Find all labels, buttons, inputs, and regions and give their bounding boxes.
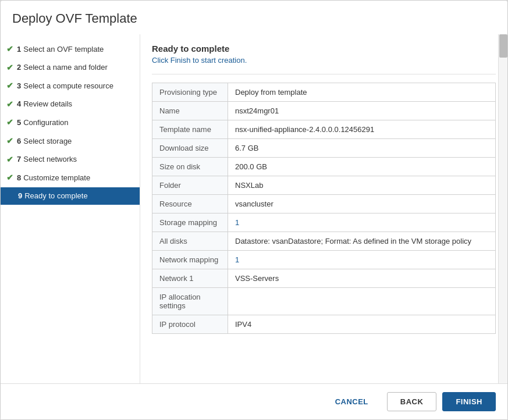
table-label: Network mapping [152,251,228,269]
step-number: 6 [17,136,21,147]
table-value: VSS-Servers [228,269,496,288]
sidebar-item-step2[interactable]: ✔2 Select a name and folder [1,59,140,77]
table-label: Download size [152,139,228,158]
subtitle-post: to start creation. [190,56,247,65]
content-area: Ready to complete Click Finish to start … [140,34,507,383]
dialog-footer: CANCEL BACK FINISH [1,383,507,419]
step-number: 4 [17,99,21,109]
scrollbar-thumb[interactable] [499,34,507,58]
table-row: Size on disk200.0 GB [152,158,496,176]
table-row: Network mapping1 [152,251,496,269]
table-value [228,288,496,315]
table-value: nsxt24mgr01 [228,102,496,120]
step-label: Select storage [23,136,72,147]
step-number: 8 [17,173,21,183]
table-row: IP allocation settings [152,288,496,315]
cancel-button[interactable]: CANCEL [322,392,381,411]
deploy-ovf-dialog: Deploy OVF Template ✔1 Select an OVF tem… [0,0,508,420]
sidebar-item-step1[interactable]: ✔1 Select an OVF template [1,40,140,59]
table-value: IPV4 [228,315,496,334]
table-label: Folder [152,176,228,195]
subtitle-link: Finish [170,56,191,65]
table-label: Resource [152,195,228,213]
content-divider [152,74,496,74]
step-number: 5 [17,118,21,128]
detail-table: Provisioning typeDeploy from templateNam… [152,83,496,334]
table-row: Namensxt24mgr01 [152,102,496,120]
step-label: Select a name and folder [23,62,108,73]
back-button[interactable]: BACK [387,392,437,411]
table-row: All disksDatastore: vsanDatastore; Forma… [152,232,496,251]
scrollbar-track[interactable] [498,34,507,383]
table-row: Resourcevsancluster [152,195,496,213]
sidebar-item-step6[interactable]: ✔6 Select storage [1,132,140,151]
table-label: IP protocol [152,315,228,334]
sidebar-item-step9[interactable]: 9 Ready to complete [1,187,140,205]
table-row: Template namensx-unified-appliance-2.4.0… [152,120,496,139]
table-value[interactable]: 1 [228,251,496,269]
table-row: Provisioning typeDeploy from template [152,83,496,102]
dialog-title: Deploy OVF Template [1,1,507,34]
checkmark-icon: ✔ [6,80,13,92]
step-label: Ready to complete [24,191,87,201]
step-number: 3 [17,81,21,91]
content-subtitle: Click Finish to start creation. [152,56,496,65]
step-label: Select networks [23,154,77,165]
table-row: Download size6.7 GB [152,139,496,158]
step-number: 2 [17,62,21,73]
table-value[interactable]: 1 [228,213,496,232]
table-value: NSXLab [228,176,496,195]
step-label: Customize template [23,173,90,183]
dialog-body: ✔1 Select an OVF template✔2 Select a nam… [1,34,507,383]
checkmark-icon: ✔ [6,62,13,74]
table-value: 200.0 GB [228,158,496,176]
checkmark-icon: ✔ [6,172,13,184]
checkmark-icon: ✔ [6,136,13,147]
step-number: 1 [17,44,21,55]
table-row: Network 1VSS-Servers [152,269,496,288]
table-label: IP allocation settings [152,288,228,315]
sidebar-item-step7[interactable]: ✔7 Select networks [1,151,140,169]
table-value: nsx-unified-appliance-2.4.0.0.0.12456291 [228,120,496,139]
table-value: 6.7 GB [228,139,496,158]
step-number: 9 [18,191,22,201]
step-number: 7 [17,154,21,165]
main-content: Ready to complete Click Finish to start … [140,34,507,383]
checkmark-icon: ✔ [6,154,13,166]
table-row: FolderNSXLab [152,176,496,195]
table-value: Datastore: vsanDatastore; Format: As def… [228,232,496,251]
sidebar-item-step8[interactable]: ✔8 Customize template [1,169,140,187]
step-label: Configuration [23,118,68,128]
step-label: Select a compute resource [23,81,113,91]
table-label: All disks [152,232,228,251]
sidebar-item-step3[interactable]: ✔3 Select a compute resource [1,77,140,95]
table-label: Template name [152,120,228,139]
table-label: Network 1 [152,269,228,288]
sidebar: ✔1 Select an OVF template✔2 Select a nam… [1,34,140,383]
table-label: Size on disk [152,158,228,176]
sidebar-item-step4[interactable]: ✔4 Review details [1,95,140,114]
checkmark-icon: ✔ [6,99,13,111]
step-label: Review details [23,99,72,109]
step-label: Select an OVF template [23,44,104,55]
table-label: Name [152,102,228,120]
table-value: Deploy from template [228,83,496,102]
finish-button[interactable]: FINISH [442,392,496,411]
table-label: Storage mapping [152,213,228,232]
checkmark-icon: ✔ [6,117,13,129]
subtitle-pre: Click [152,56,170,65]
checkmark-icon: ✔ [6,44,13,55]
sidebar-item-step5[interactable]: ✔5 Configuration [1,113,140,132]
table-row: IP protocolIPV4 [152,315,496,334]
table-row: Storage mapping1 [152,213,496,232]
table-value: vsancluster [228,195,496,213]
table-label: Provisioning type [152,83,228,102]
content-title: Ready to complete [152,44,496,54]
